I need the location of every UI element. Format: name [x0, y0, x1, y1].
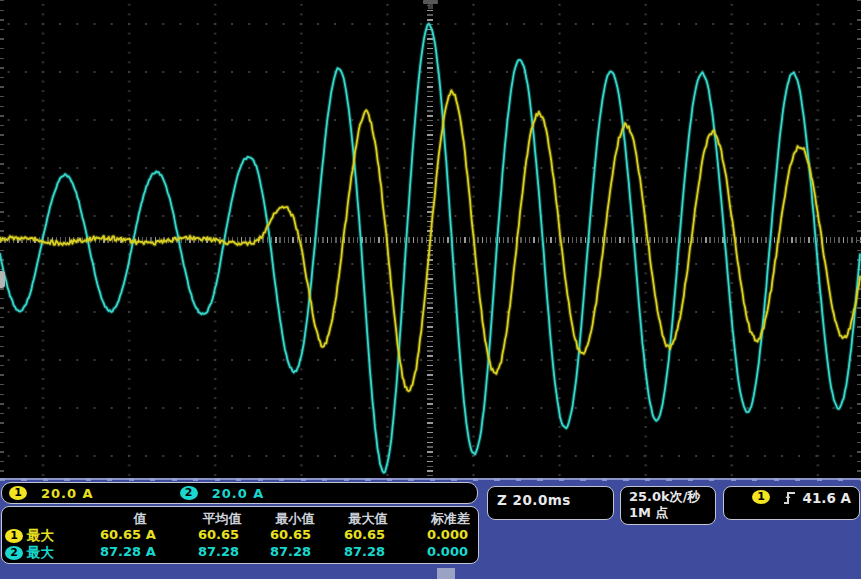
sample-rate: 25.0k次/秒	[629, 489, 707, 505]
measurement-row-1-label: 1 最大	[2, 527, 94, 544]
meas-1-value: 60.65 A	[94, 527, 186, 544]
channel-1-badge[interactable]: 1	[9, 486, 27, 500]
channel-2-scale: 20.0 A	[212, 486, 265, 501]
channel-1-scale: 20.0 A	[41, 486, 94, 501]
channel-2-badge: 2	[5, 546, 23, 560]
meas-1-mean: 60.65	[186, 527, 258, 544]
col-header-stddev: 标准差	[404, 510, 476, 527]
waveform-screen	[0, 0, 861, 478]
measurement-table: 值 平均值 最小值 最大值 标准差 1 最大 60.65 A 60.65 60.…	[2, 507, 478, 561]
meas-2-stddev: 0.000	[404, 544, 476, 561]
waveforms	[0, 0, 861, 478]
rising-edge-icon	[783, 491, 796, 505]
horizontal-zoom-box[interactable]: Z 20.0ms	[487, 486, 614, 520]
oscilloscope-display: { "channel_bar": { "ch1": { "num": "1", …	[0, 0, 861, 579]
channel-2-badge[interactable]: 2	[180, 486, 198, 500]
channel-1-badge: 1	[5, 529, 23, 543]
meas-2-mean: 87.28	[186, 544, 258, 561]
meas-1-max: 60.65	[332, 527, 404, 544]
scrollbar-thumb[interactable]	[437, 568, 455, 579]
measurement-box[interactable]: 值 平均值 最小值 最大值 标准差 1 最大 60.65 A 60.65 60.…	[1, 506, 479, 564]
col-header-value: 值	[94, 510, 186, 527]
meas-2-value: 87.28 A	[94, 544, 186, 561]
meas-1-min: 60.65	[258, 527, 332, 544]
acquisition-box[interactable]: 25.0k次/秒 1M 点	[620, 486, 716, 525]
channel-scale-bar[interactable]: 1 20.0 A 2 20.0 A	[1, 482, 478, 504]
trigger-source-badge: 1	[752, 490, 770, 504]
measurement-row-2-label: 2 最大	[2, 544, 94, 561]
trigger-box[interactable]: 1 41.6 A	[723, 486, 860, 520]
col-header-max: 最大值	[332, 510, 404, 527]
col-header-min: 最小值	[258, 510, 332, 527]
record-length: 1M 点	[629, 505, 707, 521]
meas-1-stddev: 0.000	[404, 527, 476, 544]
zoom-timebase: Z 20.0ms	[497, 492, 571, 508]
trigger-level: 41.6 A	[803, 490, 851, 506]
trigger-position-marker-icon[interactable]	[423, 0, 438, 10]
col-header-mean: 平均值	[186, 510, 258, 527]
bottom-edge-ticks	[0, 478, 861, 481]
meas-2-max: 87.28	[332, 544, 404, 561]
readout-panel: 1 20.0 A 2 20.0 A 值 平均值 最小值 最大值 标准差 1 最大…	[0, 478, 861, 579]
meas-2-min: 87.28	[258, 544, 332, 561]
channel-reference-marker-icon[interactable]	[0, 271, 5, 288]
